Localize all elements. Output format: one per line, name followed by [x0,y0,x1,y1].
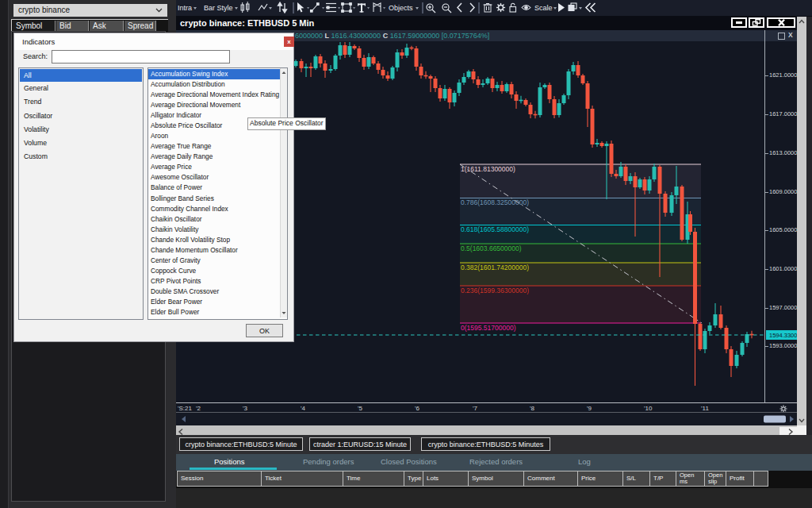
svg-text:0.786(1608.32500000): 0.786(1608.32500000) [461,198,529,206]
svg-text:Objects: Objects [389,4,413,12]
svg-text:0(1595.51700000): 0(1595.51700000) [461,324,516,332]
svg-text:Bar Style: Bar Style [204,4,233,12]
svg-text:0.618(1605.58800000): 0.618(1605.58800000) [461,225,529,233]
svg-text:0.5(1603.66500000): 0.5(1603.66500000) [461,244,522,252]
svg-text:0.382(1601.74200000): 0.382(1601.74200000) [461,264,529,271]
svg-text:1(1611.81300000): 1(1611.81300000) [461,165,515,173]
svg-text:0.236(1599.36300000): 0.236(1599.36300000) [461,287,529,294]
svg-text:Scale: Scale [534,4,553,12]
svg-text:Intra: Intra [178,4,192,12]
